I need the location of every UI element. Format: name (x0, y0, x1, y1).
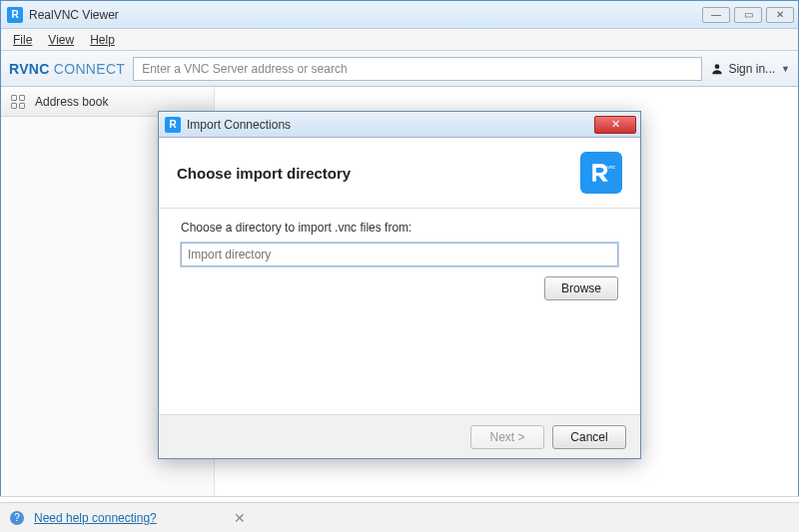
svg-text:vnc: vnc (607, 164, 615, 170)
signin-label: Sign in... (728, 62, 775, 76)
window-titlebar[interactable]: R RealVNC Viewer — ▭ ✕ (1, 1, 798, 29)
info-icon: ? (10, 511, 24, 525)
brand-logo: RVNC CONNECT (9, 61, 125, 77)
status-bar: ? Need help connecting? ✕ (0, 502, 799, 532)
rvnc-logo-icon: vnc (580, 152, 622, 194)
help-link[interactable]: Need help connecting? (34, 511, 157, 525)
cancel-button[interactable]: Cancel (552, 425, 626, 449)
signin-button[interactable]: Sign in... ▼ (710, 62, 790, 76)
window-title: RealVNC Viewer (29, 8, 702, 22)
toolbar: RVNC CONNECT Enter a VNC Server address … (1, 51, 798, 87)
dialog-footer: Next > Cancel (159, 414, 640, 458)
menu-view[interactable]: View (42, 31, 80, 49)
dialog-title: Import Connections (187, 118, 594, 132)
caret-down-icon: ▼ (781, 64, 790, 74)
import-dialog: R Import Connections ✕ Choose import dir… (158, 111, 641, 459)
dialog-label: Choose a directory to import .vnc files … (181, 221, 618, 235)
next-button[interactable]: Next > (470, 425, 544, 449)
svg-point-0 (715, 64, 720, 69)
brand-text-b: CONNECT (54, 61, 125, 77)
grid-icon (11, 95, 25, 109)
dialog-close-button[interactable]: ✕ (594, 116, 636, 134)
app-icon: R (7, 7, 23, 23)
window-controls: — ▭ ✕ (702, 7, 794, 23)
brand-text-a: RVNC (9, 61, 50, 77)
dialog-titlebar[interactable]: R Import Connections ✕ (159, 112, 640, 138)
dialog-header: Choose import directory vnc (159, 138, 640, 209)
status-close-button[interactable]: ✕ (230, 510, 250, 526)
menu-file[interactable]: File (7, 31, 38, 49)
minimize-button[interactable]: — (702, 7, 730, 23)
browse-button[interactable]: Browse (544, 276, 618, 300)
dialog-icon: R (165, 117, 181, 133)
menu-bar: File View Help (1, 29, 798, 51)
user-icon (710, 62, 724, 76)
menu-help[interactable]: Help (84, 31, 121, 49)
import-directory-input[interactable] (181, 243, 618, 266)
close-button[interactable]: ✕ (766, 7, 794, 23)
maximize-button[interactable]: ▭ (734, 7, 762, 23)
search-input[interactable]: Enter a VNC Server address or search (133, 57, 702, 81)
dialog-heading: Choose import directory (177, 165, 351, 182)
dialog-body: Choose a directory to import .vnc files … (159, 209, 640, 414)
address-book-label: Address book (35, 95, 108, 109)
